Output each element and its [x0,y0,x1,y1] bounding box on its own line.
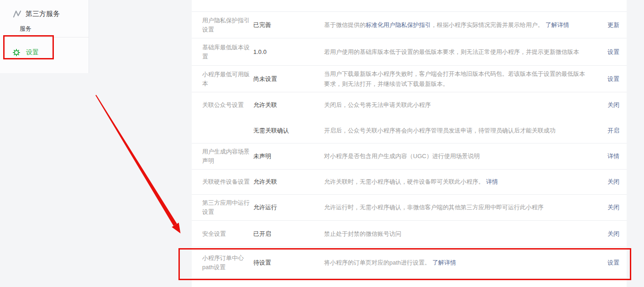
table-row: 第三方应用中运行设置允许运行允许运行时，无需小程序确认，非微信客户端的其他第三方… [192,195,627,221]
setting-description-text: 禁止处于封禁的微信账号访问 [324,230,401,237]
setting-description-text: 基于微信提供的 [324,21,366,28]
setting-action-link[interactable]: 关闭 [603,230,619,238]
setting-description: 允许关联时，无需小程序确认，硬件设备即可关联此小程序。详情 [324,177,603,187]
sidebar: 第三方服务 服务 设置 [0,0,89,73]
setting-description-text: 当用户下载最新版本小程序失败时，客户端会打开本地旧版本代码包。若该版本低于设置的… [324,70,585,87]
setting-description: 将小程序的订单页对应的path进行设置。了解详情 [324,258,603,268]
table-row: 关联公众号设置允许关联关闭后，公众号将无法申请关联此小程序关闭 [192,92,627,118]
table-row: 用户隐私保护指引设置已完善基于微信提供的标准化用户隐私保护指引，根据小程序实际情… [192,12,627,38]
setting-action-link[interactable]: 详情 [603,152,619,160]
settings-table: 用户隐私保护指引设置已完善基于微信提供的标准化用户隐私保护指引，根据小程序实际情… [192,12,627,278]
description-inline-link[interactable]: 标准化用户隐私保护指引 [366,21,431,28]
setting-label: 关联硬件设备设置 [202,177,253,186]
sidebar-header: 第三方服务 [0,0,89,18]
setting-action-link[interactable]: 开启 [603,127,619,135]
setting-action-link[interactable]: 设置 [603,48,619,56]
setting-label: 用户生成内容场景声明 [202,147,253,165]
table-row: 关联硬件设备设置允许关联允许关联时，无需小程序确认，硬件设备即可关联此小程序。详… [192,170,627,195]
table-row: 无需关联确认开启后，公众号关联小程序将会向小程序管理员发送申请，待管理员确认后才… [192,118,627,144]
setting-label: 小程序最低可用版本 [202,70,253,88]
setting-description-text: 若用户使用的基础库版本低于设置的最低版本要求，则无法正常使用小程序，并提示更新微… [324,48,579,55]
setting-label: 小程序订单中心path设置 [202,254,253,272]
sidebar-divider [18,37,89,37]
setting-action-link[interactable]: 更新 [603,21,619,29]
setting-action-link[interactable]: 关闭 [603,178,619,186]
setting-value: 已完善 [253,21,324,29]
setting-description-text: 允许运行时，无需小程序确认，非微信客户端的其他第三方应用中即可运行此小程序 [324,204,544,211]
setting-description: 基于微信提供的标准化用户隐私保护指引，根据小程序实际情况完善并展示给用户。了解详… [324,20,603,30]
setting-label: 第三方应用中运行设置 [202,198,253,217]
table-row: 安全设置已开启禁止处于封禁的微信账号访问关闭 [192,221,627,247]
sidebar-item-settings[interactable]: 设置 [13,48,89,57]
setting-description-text: 关闭后，公众号将无法申请关联此小程序 [324,101,431,108]
setting-description-text: 开启后，公众号关联小程序将会向小程序管理员发送申请，待管理员确认后才能关联成功 [324,127,555,134]
setting-description-text: ，根据小程序实际情况完善并展示给用户。 [431,21,544,28]
table-row: 小程序订单中心path设置待设置将小程序的订单页对应的path进行设置。了解详情… [192,247,627,278]
setting-value: 尚未设置 [253,75,324,83]
setting-value: 允许关联 [253,101,324,109]
setting-value: 无需关联确认 [253,127,324,135]
setting-label: 安全设置 [202,229,253,239]
setting-label: 关联公众号设置 [202,101,253,110]
setting-value: 已开启 [253,230,324,238]
setting-value: 1.0.0 [253,48,324,55]
setting-value: 待设置 [253,259,324,267]
gear-icon [13,49,20,56]
setting-description-text: 将小程序的订单页对应的path进行设置。 [324,259,430,266]
learn-more-link[interactable]: 详情 [486,178,498,185]
setting-action-link[interactable]: 关闭 [603,203,619,212]
annotation-arrow [90,90,186,240]
setting-action-link[interactable]: 关闭 [603,101,619,109]
sidebar-title: 第三方服务 [26,10,60,18]
setting-description: 开启后，公众号关联小程序将会向小程序管理员发送申请，待管理员确认后才能关联成功 [324,126,603,136]
setting-value: 允许运行 [253,203,324,212]
table-row: 基础库最低版本设置1.0.0若用户使用的基础库版本低于设置的最低版本要求，则无法… [192,38,627,66]
setting-description-text: 允许关联时，无需小程序确认，硬件设备即可关联此小程序。 [324,178,484,185]
settings-panel: 用户隐私保护指引设置已完善基于微信提供的标准化用户隐私保护指引，根据小程序实际情… [192,0,627,287]
setting-description-text: 对小程序是否包含用户生成内容（UGC）进行使用场景说明 [324,153,480,159]
setting-description: 关闭后，公众号将无法申请关联此小程序 [324,100,603,110]
table-row: 小程序最低可用版本尚未设置当用户下载最新版本小程序失败时，客户端会打开本地旧版本… [192,66,627,92]
setting-action-link[interactable]: 设置 [603,75,619,83]
setting-label: 用户隐私保护指引设置 [202,16,253,34]
learn-more-link[interactable]: 了解详情 [545,21,569,28]
sidebar-section-label: 服务 [20,25,89,33]
setting-description: 允许运行时，无需小程序确认，非微信客户端的其他第三方应用中即可运行此小程序 [324,202,603,213]
setting-description: 对小程序是否包含用户生成内容（UGC）进行使用场景说明 [324,151,603,161]
learn-more-link[interactable]: 了解详情 [432,259,456,266]
setting-action-link[interactable]: 设置 [603,259,619,267]
setting-description: 禁止处于封禁的微信账号访问 [324,229,603,239]
setting-label: 基础库最低版本设置 [202,43,253,61]
table-top-divider [192,0,627,12]
table-row: 用户生成内容场景声明未声明对小程序是否包含用户生成内容（UGC）进行使用场景说明… [192,144,627,170]
setting-description: 当用户下载最新版本小程序失败时，客户端会打开本地旧版本代码包。若该版本低于设置的… [324,69,603,89]
sidebar-item-settings-label: 设置 [26,48,39,57]
third-party-platform-logo-icon [13,10,21,18]
setting-description: 若用户使用的基础库版本低于设置的最低版本要求，则无法正常使用小程序，并提示更新微… [324,47,603,57]
setting-value: 允许关联 [253,178,324,186]
setting-value: 未声明 [253,152,324,160]
